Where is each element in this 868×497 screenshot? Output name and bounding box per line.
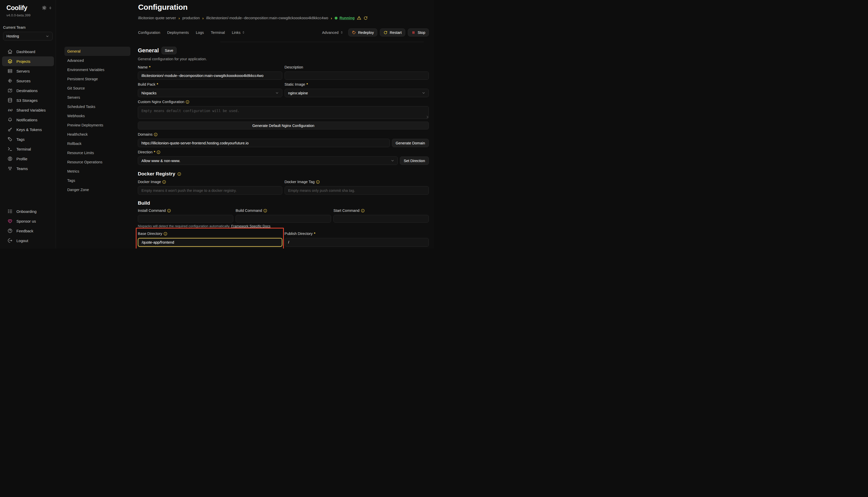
tab-deployments[interactable]: Deployments xyxy=(167,30,189,34)
domains-input[interactable] xyxy=(138,139,390,147)
warning-triangle-icon[interactable] xyxy=(357,16,361,20)
name-input[interactable] xyxy=(138,72,282,80)
start-command-input[interactable] xyxy=(333,215,429,223)
subnav-item-scheduled-tasks[interactable]: Scheduled Tasks xyxy=(65,102,130,111)
subnav-item-webhooks[interactable]: Webhooks xyxy=(65,111,130,120)
docker-image-tag-input[interactable] xyxy=(285,186,429,195)
tab-links[interactable]: Links xyxy=(232,30,245,34)
sidebar-item-tags[interactable]: Tags xyxy=(2,134,54,144)
running-status-link[interactable]: Running xyxy=(340,16,355,20)
install-command-input[interactable] xyxy=(138,215,233,223)
generate-nginx-button[interactable]: Generate Default Nginx Configuration xyxy=(138,122,429,129)
help-circle-icon xyxy=(8,228,13,233)
save-button[interactable]: Save xyxy=(162,47,177,54)
direction-select[interactable]: Allow www & non-www. xyxy=(138,156,398,165)
tab-logs[interactable]: Logs xyxy=(196,30,204,34)
breadcrumb-link[interactable]: illicitonion quote server xyxy=(138,16,176,20)
build-pack-value: Nixpacks xyxy=(141,91,156,95)
info-icon[interactable] xyxy=(156,150,161,154)
git-source-icon xyxy=(8,78,13,83)
static-image-select[interactable]: nginx:alpine xyxy=(285,89,429,97)
required-asterisk: * xyxy=(154,150,155,154)
info-icon[interactable] xyxy=(154,132,157,137)
publish-directory-input[interactable] xyxy=(285,238,429,247)
stop-button[interactable]: Stop xyxy=(408,28,429,37)
refresh-status-icon[interactable] xyxy=(363,16,368,20)
subnav-item-git-source[interactable]: Git Source xyxy=(65,84,130,93)
advanced-dropdown[interactable]: Advanced xyxy=(322,30,344,34)
subnav-item-tags[interactable]: Tags xyxy=(65,176,130,185)
subnav-item-danger-zone[interactable]: Danger Zone xyxy=(65,185,130,194)
generate-domain-button[interactable]: Generate Domain xyxy=(392,139,429,147)
sidebar-item-sources[interactable]: Sources xyxy=(2,76,54,86)
team-select[interactable]: Hosting xyxy=(3,32,53,41)
tab-terminal[interactable]: Terminal xyxy=(211,30,225,34)
info-icon[interactable] xyxy=(162,180,166,184)
sidebar-item-servers[interactable]: Servers xyxy=(2,66,54,76)
terminal-icon xyxy=(8,146,13,152)
required-asterisk: * xyxy=(149,65,151,69)
header-actions: Advanced RedeployRestartStop xyxy=(322,28,429,37)
description-label: Description xyxy=(285,65,429,70)
info-icon[interactable] xyxy=(263,209,267,213)
subnav-item-general[interactable]: General xyxy=(65,47,130,56)
updown-icon xyxy=(242,31,245,34)
info-icon[interactable] xyxy=(361,209,365,213)
sidebar-item-profile[interactable]: Profile xyxy=(2,154,54,164)
subnav-item-persistent-storage[interactable]: Persistent Storage xyxy=(65,74,130,84)
sidebar-item-projects[interactable]: Projects xyxy=(2,56,54,66)
sidebar-item-label: Teams xyxy=(16,167,28,171)
sidebar-nav: DashboardProjectsServersSourcesDestinati… xyxy=(0,47,56,173)
restart-button[interactable]: Restart xyxy=(380,28,405,37)
info-icon[interactable] xyxy=(164,232,167,236)
subnav-item-servers[interactable]: Servers xyxy=(65,93,130,102)
info-icon[interactable] xyxy=(316,180,320,184)
sidebar-item-s3-storages[interactable]: S3 Storages xyxy=(2,95,54,105)
base-directory-input[interactable] xyxy=(138,238,282,247)
nginx-config-textarea[interactable] xyxy=(138,106,429,119)
build-command-input[interactable] xyxy=(236,215,331,223)
instance-switch-chevrons-icon[interactable] xyxy=(49,6,52,10)
build-pack-select[interactable]: Nixpacks xyxy=(138,89,282,97)
map-icon xyxy=(8,88,13,93)
framework-docs-link[interactable]: Framework Specific Docs xyxy=(231,224,271,228)
sidebar-item-destinations[interactable]: Destinations xyxy=(2,86,54,95)
subnav-item-resource-limits[interactable]: Resource Limits xyxy=(65,148,130,157)
sidebar-item-keys-tokens[interactable]: Keys & Tokens xyxy=(2,125,54,134)
sidebar-item-sponsor-us[interactable]: Sponsor us xyxy=(2,216,54,226)
running-status-dot xyxy=(335,17,337,19)
sidebar-item-feedback[interactable]: Feedback xyxy=(2,226,54,236)
build-head: Build xyxy=(138,200,429,206)
sidebar-item-teams[interactable]: Teams xyxy=(2,164,54,173)
sidebar-item-onboarding[interactable]: Onboarding xyxy=(2,207,54,216)
subnav-item-advanced[interactable]: Advanced xyxy=(65,56,130,65)
breadcrumb-link[interactable]: production xyxy=(182,16,200,20)
label-text: Docker Image Tag xyxy=(285,180,315,184)
label-text: Custom Nginx Configuration xyxy=(138,100,184,104)
subnav-item-healthcheck[interactable]: Healthcheck xyxy=(65,130,130,139)
info-icon[interactable] xyxy=(185,100,189,104)
breadcrumb-link[interactable]: illicitestonion/-module--decomposition:m… xyxy=(206,16,328,20)
redeploy-button[interactable]: Redeploy xyxy=(348,28,377,37)
direction-value: Allow www & non-www. xyxy=(141,159,180,163)
sidebar-item-terminal[interactable]: Terminal xyxy=(2,144,54,154)
subnav-item-environment-variables[interactable]: Environment Variables xyxy=(65,65,130,74)
subnav-item-resource-operations[interactable]: Resource Operations xyxy=(65,157,130,167)
description-input[interactable] xyxy=(285,72,429,80)
sidebar-item-dashboard[interactable]: Dashboard xyxy=(2,47,54,56)
subnav-item-rollback[interactable]: Rollback xyxy=(65,139,130,148)
static-image-value: nginx:alpine xyxy=(288,91,308,95)
info-icon[interactable] xyxy=(167,209,171,213)
docker-image-input[interactable] xyxy=(138,186,282,195)
subnav-item-metrics[interactable]: Metrics xyxy=(65,167,130,176)
subnav-item-preview-deployments[interactable]: Preview Deployments xyxy=(65,120,130,130)
sidebar-item-shared-variables[interactable]: (x)Shared Variables xyxy=(2,105,54,115)
info-icon[interactable] xyxy=(177,172,181,176)
theme-toggle-sun-icon[interactable] xyxy=(42,5,47,10)
set-direction-button[interactable]: Set Direction xyxy=(400,156,429,165)
sidebar: Coolify v4.0.0-beta.399 Current Team Hos… xyxy=(0,0,56,248)
sidebar-item-logout[interactable]: Logout xyxy=(2,236,54,245)
tab-label: Logs xyxy=(196,30,204,34)
sidebar-item-notifications[interactable]: Notifications xyxy=(2,115,54,125)
tab-configuration[interactable]: Configuration xyxy=(138,30,160,34)
